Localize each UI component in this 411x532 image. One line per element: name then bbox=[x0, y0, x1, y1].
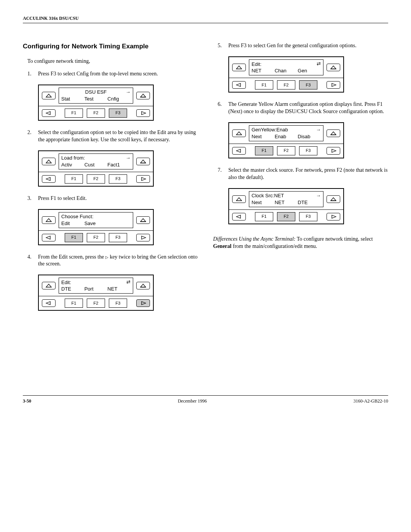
step-item: 2. Select the configuration option set t… bbox=[27, 129, 198, 187]
svg-marker-20 bbox=[236, 66, 242, 69]
function-key[interactable]: F1 bbox=[65, 174, 83, 184]
up-arrow-icon[interactable] bbox=[42, 92, 56, 99]
svg-marker-24 bbox=[332, 83, 336, 86]
svg-marker-5 bbox=[46, 160, 51, 163]
note-bold: General bbox=[213, 243, 231, 249]
function-key[interactable]: F1 bbox=[255, 146, 273, 155]
lcd-panel: Load from: ActivCustFact1 → F1F2F3 bbox=[38, 150, 198, 187]
function-key[interactable]: F2 bbox=[87, 233, 105, 242]
function-key[interactable]: F1 bbox=[255, 212, 273, 221]
left-arrow-icon[interactable] bbox=[42, 299, 56, 307]
function-key[interactable]: F1 bbox=[255, 80, 273, 89]
function-key[interactable]: F2 bbox=[277, 80, 295, 89]
scroll-arrow-icon: → bbox=[316, 192, 321, 199]
svg-marker-30 bbox=[236, 198, 242, 201]
svg-marker-13 bbox=[46, 236, 50, 239]
scroll-arrow-icon: → bbox=[126, 155, 131, 161]
svg-marker-0 bbox=[46, 94, 51, 97]
right-column: 5. Press F3 to select Gen for the genera… bbox=[213, 42, 388, 319]
home-arrow-icon[interactable] bbox=[136, 158, 150, 165]
left-column: Configuring for Network Timing Example T… bbox=[23, 42, 198, 319]
svg-marker-10 bbox=[46, 219, 51, 222]
right-arrow-icon[interactable] bbox=[136, 109, 150, 117]
function-key[interactable]: F3 bbox=[109, 109, 127, 118]
svg-marker-29 bbox=[332, 149, 336, 152]
right-arrow-icon[interactable] bbox=[136, 175, 150, 183]
function-key[interactable]: F1 bbox=[65, 233, 83, 242]
function-key[interactable]: F3 bbox=[299, 80, 317, 89]
lcd-panel: Choose Funct: EditSave F1F2F3 bbox=[38, 209, 198, 245]
up-arrow-icon[interactable] bbox=[42, 216, 56, 224]
svg-marker-25 bbox=[236, 132, 242, 135]
function-key[interactable]: F1 bbox=[65, 299, 83, 308]
step-item: 1. Press F3 to select Cnfig from the top… bbox=[27, 70, 198, 121]
function-key[interactable]: F2 bbox=[87, 299, 105, 308]
left-arrow-icon[interactable] bbox=[232, 213, 246, 220]
svg-marker-8 bbox=[46, 177, 50, 181]
left-arrow-icon[interactable] bbox=[232, 81, 246, 89]
left-arrow-icon[interactable] bbox=[42, 234, 56, 241]
up-arrow-icon[interactable] bbox=[42, 282, 56, 289]
function-key[interactable]: F3 bbox=[109, 299, 127, 308]
step-text: Press F3 to select Gen for the general c… bbox=[228, 43, 357, 48]
home-arrow-icon[interactable] bbox=[327, 64, 340, 71]
left-steps-list: 1. Press F3 to select Cnfig from the top… bbox=[27, 70, 198, 311]
svg-marker-11 bbox=[140, 219, 146, 222]
footer-page-number: 3-50 bbox=[23, 398, 31, 404]
left-arrow-icon[interactable] bbox=[42, 109, 56, 117]
scroll-arrow-icon: → bbox=[316, 126, 321, 133]
right-arrow-icon[interactable] bbox=[327, 81, 340, 89]
function-keys-row: F1F2F3 bbox=[249, 146, 323, 155]
function-keys-row: F1F2F3 bbox=[59, 233, 133, 242]
note-text-2: from the main/configuration/edit menu. bbox=[231, 243, 317, 249]
note-emphasis: Differences Using the Async Terminal: bbox=[213, 236, 295, 242]
left-arrow-icon[interactable] bbox=[42, 175, 56, 183]
right-arrow-icon[interactable] bbox=[327, 147, 340, 155]
function-key[interactable]: F3 bbox=[109, 233, 127, 242]
svg-marker-4 bbox=[142, 112, 146, 115]
home-arrow-icon[interactable] bbox=[136, 282, 150, 289]
right-arrow-icon[interactable] bbox=[136, 299, 150, 307]
function-key[interactable]: F3 bbox=[299, 212, 317, 221]
lcd-screen: Load from: ActivCustFact1 → bbox=[59, 153, 133, 169]
section-heading: Configuring for Network Timing Example bbox=[23, 42, 198, 51]
svg-marker-15 bbox=[46, 284, 51, 287]
left-arrow-icon[interactable] bbox=[232, 147, 246, 155]
function-keys-row: F1F2F3 bbox=[59, 109, 133, 118]
home-arrow-icon[interactable] bbox=[327, 129, 340, 137]
lcd-screen: Edit: DTEPortNET ⇄ bbox=[59, 278, 133, 294]
function-keys-row: F1F2F3 bbox=[249, 212, 323, 221]
step-number: 3. bbox=[27, 195, 32, 202]
scroll-arrow-icon: ⇄ bbox=[126, 279, 131, 286]
right-arrow-icon[interactable] bbox=[327, 213, 340, 220]
home-arrow-icon[interactable] bbox=[327, 195, 340, 203]
step-number: 2. bbox=[27, 129, 32, 136]
home-arrow-icon[interactable] bbox=[136, 92, 150, 99]
svg-marker-33 bbox=[236, 215, 241, 218]
up-arrow-icon[interactable] bbox=[42, 158, 56, 165]
async-terminal-note: Differences Using the Async Terminal: To… bbox=[213, 236, 388, 250]
page-header: ACCULINK 316x DSU/CSU bbox=[23, 15, 388, 23]
svg-marker-9 bbox=[142, 177, 146, 181]
function-key[interactable]: F3 bbox=[109, 174, 127, 184]
footer-doc-id: 3160-A2-GB22-10 bbox=[354, 398, 388, 404]
function-key[interactable]: F1 bbox=[65, 109, 83, 118]
function-key[interactable]: F2 bbox=[87, 109, 105, 118]
lcd-panel: GenYellow:Enab NextEnabDisab → F1F2F3 bbox=[228, 122, 388, 158]
step-item: 6. The Generate Yellow Alarm configurati… bbox=[218, 101, 388, 158]
svg-marker-3 bbox=[46, 112, 50, 115]
right-arrow-icon[interactable] bbox=[136, 234, 150, 241]
step-number: 1. bbox=[27, 70, 32, 78]
function-key[interactable]: F2 bbox=[277, 212, 295, 221]
home-arrow-icon[interactable] bbox=[136, 216, 150, 224]
up-arrow-icon[interactable] bbox=[232, 64, 246, 71]
step-item: 3. Press F1 to select Edit. Choose Funct… bbox=[27, 195, 198, 245]
function-key[interactable]: F2 bbox=[277, 146, 295, 155]
scroll-arrow-icon: ⇄ bbox=[317, 61, 321, 67]
function-key[interactable]: F3 bbox=[299, 146, 317, 155]
up-arrow-icon[interactable] bbox=[232, 129, 246, 137]
content-columns: Configuring for Network Timing Example T… bbox=[23, 42, 388, 319]
up-arrow-icon[interactable] bbox=[232, 195, 246, 203]
svg-marker-23 bbox=[236, 83, 241, 86]
function-key[interactable]: F2 bbox=[87, 174, 105, 184]
